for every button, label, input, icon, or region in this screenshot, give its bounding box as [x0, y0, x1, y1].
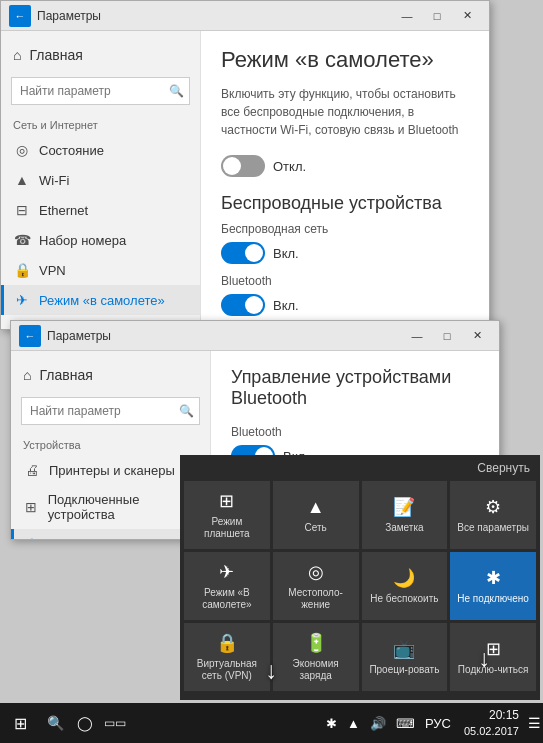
wifi-icon: ▲	[13, 172, 31, 188]
home-icon-1: ⌂	[13, 47, 21, 63]
dialup-icon: ☎	[13, 232, 31, 248]
minimize-button-1[interactable]: —	[393, 5, 421, 27]
sidebar-item-ethernet[interactable]: ⊟ Ethernet	[1, 195, 200, 225]
window-title-2: Параметры	[47, 329, 403, 343]
ac-tile-label-settings: Все параметры	[457, 522, 529, 534]
ac-tile-label-connect: Подклю-читься	[458, 664, 529, 676]
ac-tile-label-nodisturb: Не беспокоить	[370, 593, 438, 605]
bluetooth-label-2: Bluetooth	[231, 425, 479, 439]
ac-tile-tablet[interactable]: ⊞ Режим планшета	[184, 481, 270, 549]
search-input-1[interactable]	[11, 77, 190, 105]
airplane-icon: ✈	[13, 292, 31, 308]
window-body-1: ⌂ Главная 🔍 Сеть и Интернет ◎ Состояние …	[1, 31, 489, 329]
ac-tile-project[interactable]: 📺 Проеци-ровать	[362, 623, 448, 691]
ac-tile-bluetooth[interactable]: ✱ Не подключено	[450, 552, 536, 620]
cortana-button[interactable]: ◯	[70, 703, 100, 743]
volume-tray-icon[interactable]: 🔊	[367, 714, 389, 733]
content-title-airplane: Режим «в самолете»	[221, 47, 469, 73]
ac-tile-battery[interactable]: 🔋 Экономия заряда	[273, 623, 359, 691]
ac-tile-label-note: Заметка	[385, 522, 423, 534]
start-button[interactable]: ⊞	[0, 703, 40, 743]
vpn-icon: 🔒	[13, 262, 31, 278]
ac-tile-note[interactable]: 📝 Заметка	[362, 481, 448, 549]
taskview-button[interactable]: ▭▭	[100, 703, 130, 743]
airplane-main-toggle[interactable]	[221, 155, 265, 177]
state-icon: ◎	[13, 142, 31, 158]
nodisturb-icon: 🌙	[393, 567, 415, 589]
sidebar-item-label-ethernet: Ethernet	[39, 203, 88, 218]
search-input-2[interactable]	[21, 397, 200, 425]
taskbar-clock[interactable]: 20:15 05.02.2017	[458, 708, 525, 738]
printers-icon: 🖨	[23, 462, 41, 478]
wifi-sub-label: Беспроводная сеть	[221, 222, 469, 236]
maximize-button-1[interactable]: □	[423, 5, 451, 27]
sidebar-home-2[interactable]: ⌂ Главная	[11, 359, 210, 391]
tablet-icon: ⊞	[219, 490, 234, 512]
taskbar-tray: ✱ ▲ 🔊 ⌨ РУС	[319, 714, 458, 733]
ac-tile-nodisturb[interactable]: 🌙 Не беспокоить	[362, 552, 448, 620]
wifi-toggle-label: Вкл.	[273, 246, 299, 261]
keyboard-tray-icon[interactable]: ⌨	[393, 714, 418, 733]
sidebar-section-label-2: Устройства	[11, 431, 210, 455]
network-icon: ▲	[307, 497, 325, 518]
bluetooth-tray-icon[interactable]: ✱	[323, 714, 340, 733]
minimize-button-2[interactable]: —	[403, 325, 431, 347]
titlebar-controls-1: — □ ✕	[393, 5, 481, 27]
ac-tile-network[interactable]: ▲ Сеть	[273, 481, 359, 549]
back-button-2[interactable]: ←	[19, 325, 41, 347]
titlebar-2: ← Параметры — □ ✕	[11, 321, 499, 351]
titlebar-controls-2: — □ ✕	[403, 325, 491, 347]
home-label-2: Главная	[39, 367, 92, 383]
ac-grid: ⊞ Режим планшета ▲ Сеть 📝 Заметка ⚙ Все …	[180, 481, 540, 691]
battery-icon: 🔋	[305, 632, 327, 654]
vpn-tile-icon: 🔒	[216, 632, 238, 654]
lang-tray-label[interactable]: РУС	[422, 714, 454, 733]
ac-tile-location[interactable]: ◎ Местополо-жение	[273, 552, 359, 620]
content-airplane: Режим «в самолете» Включить эту функцию,…	[201, 31, 489, 329]
ac-tile-airplane[interactable]: ✈ Режим «В самолете»	[184, 552, 270, 620]
sidebar-item-airplane[interactable]: ✈ Режим «в самолете»	[1, 285, 200, 315]
notification-icon[interactable]: ☰	[525, 703, 543, 743]
clock-date: 05.02.2017	[464, 724, 519, 738]
bluetooth-toggle-label: Вкл.	[273, 298, 299, 313]
search-button[interactable]: 🔍	[40, 703, 70, 743]
main-toggle-row: Откл.	[221, 155, 469, 177]
action-center: Свернуть ⊞ Режим планшета ▲ Сеть 📝 Замет…	[180, 455, 540, 700]
taskbar: ⊞ 🔍 ◯ ▭▭ ✱ ▲ 🔊 ⌨ РУС 20:15 05.02.2017 ☰	[0, 703, 543, 743]
sidebar-home-1[interactable]: ⌂ Главная	[1, 39, 200, 71]
sidebar-item-label-printers: Принтеры и сканеры	[49, 463, 175, 478]
close-button-2[interactable]: ✕	[463, 325, 491, 347]
back-button-1[interactable]: ←	[9, 5, 31, 27]
ac-header: Свернуть	[180, 455, 540, 481]
sidebar-search-1: 🔍	[11, 77, 190, 105]
search-icon-1: 🔍	[169, 84, 184, 98]
bluetooth-toggle[interactable]	[221, 294, 265, 316]
settings-icon: ⚙	[485, 496, 501, 518]
sidebar-item-label-wifi: Wi-Fi	[39, 173, 69, 188]
ac-collapse-button[interactable]: Свернуть	[477, 461, 530, 475]
note-icon: 📝	[393, 496, 415, 518]
connect-icon: ⊞	[486, 638, 501, 660]
ac-tile-label-project: Проеци-ровать	[369, 664, 439, 676]
home-label-1: Главная	[29, 47, 82, 63]
sidebar-item-dialup[interactable]: ☎ Набор номера	[1, 225, 200, 255]
close-button-1[interactable]: ✕	[453, 5, 481, 27]
maximize-button-2[interactable]: □	[433, 325, 461, 347]
wifi-toggle[interactable]	[221, 242, 265, 264]
sidebar-item-state[interactable]: ◎ Состояние	[1, 135, 200, 165]
network-tray-icon[interactable]: ▲	[344, 714, 363, 733]
sidebar-item-wifi[interactable]: ▲ Wi-Fi	[1, 165, 200, 195]
bluetooth-toggle-row: Вкл.	[221, 294, 469, 316]
ac-tile-connect[interactable]: ⊞ Подклю-читься	[450, 623, 536, 691]
wifi-toggle-row: Вкл.	[221, 242, 469, 264]
location-icon: ◎	[308, 561, 324, 583]
connected-icon: ⊞	[23, 499, 40, 515]
project-icon: 📺	[393, 638, 415, 660]
sidebar-item-label-state: Состояние	[39, 143, 104, 158]
ac-tile-vpn[interactable]: 🔒 Виртуальная сеть (VPN)	[184, 623, 270, 691]
ac-tile-label-battery: Экономия заряда	[279, 658, 353, 682]
sidebar-item-vpn[interactable]: 🔒 VPN	[1, 255, 200, 285]
ac-tile-settings[interactable]: ⚙ Все параметры	[450, 481, 536, 549]
sidebar-section-label-1: Сеть и Интернет	[1, 111, 200, 135]
content-description: Включить эту функцию, чтобы остановить в…	[221, 85, 469, 139]
